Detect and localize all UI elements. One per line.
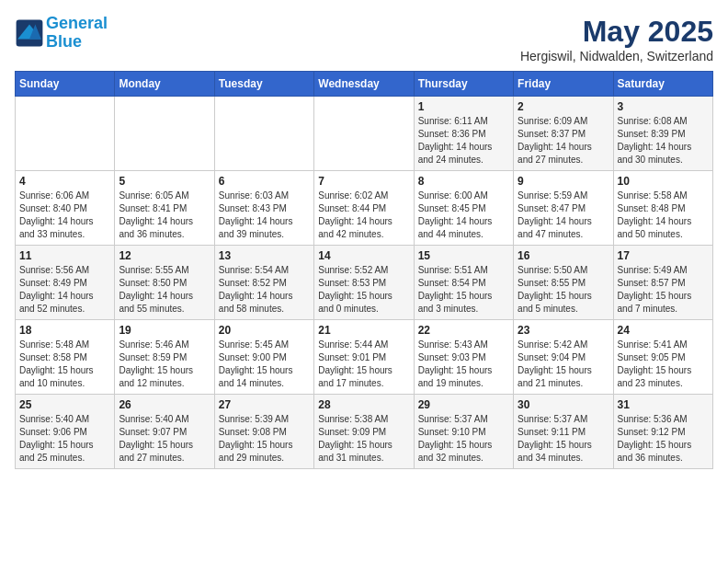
day-info: Sunrise: 5:37 AM Sunset: 9:11 PM Dayligh… (518, 413, 609, 465)
day-number: 7 (318, 175, 409, 188)
day-number: 24 (618, 324, 709, 337)
day-number: 16 (518, 249, 609, 262)
day-info: Sunrise: 5:36 AM Sunset: 9:12 PM Dayligh… (618, 413, 709, 465)
calendar-week-5: 25Sunrise: 5:40 AM Sunset: 9:06 PM Dayli… (16, 395, 713, 469)
calendar-cell: 8Sunrise: 6:00 AM Sunset: 8:45 PM Daylig… (414, 171, 513, 246)
calendar-week-2: 4Sunrise: 6:06 AM Sunset: 8:40 PM Daylig… (16, 171, 713, 246)
day-number: 1 (418, 100, 509, 113)
calendar-week-4: 18Sunrise: 5:48 AM Sunset: 8:58 PM Dayli… (16, 320, 713, 395)
day-number: 20 (219, 324, 310, 337)
day-number: 27 (219, 398, 310, 411)
day-number: 11 (19, 249, 110, 262)
day-info: Sunrise: 5:39 AM Sunset: 9:08 PM Dayligh… (219, 413, 310, 465)
day-info: Sunrise: 6:09 AM Sunset: 8:37 PM Dayligh… (518, 115, 609, 167)
day-number: 9 (518, 175, 609, 188)
calendar-cell: 25Sunrise: 5:40 AM Sunset: 9:06 PM Dayli… (16, 395, 115, 469)
day-info: Sunrise: 5:52 AM Sunset: 8:53 PM Dayligh… (318, 264, 409, 316)
logo-general: General (46, 14, 108, 32)
calendar-cell: 28Sunrise: 5:38 AM Sunset: 9:09 PM Dayli… (314, 395, 414, 469)
calendar-cell: 26Sunrise: 5:40 AM Sunset: 9:07 PM Dayli… (115, 395, 214, 469)
weekday-header-monday: Monday (115, 72, 214, 97)
calendar-cell: 1Sunrise: 6:11 AM Sunset: 8:36 PM Daylig… (414, 97, 513, 171)
day-info: Sunrise: 5:58 AM Sunset: 8:48 PM Dayligh… (618, 190, 709, 241)
day-info: Sunrise: 5:48 AM Sunset: 8:58 PM Dayligh… (19, 339, 110, 390)
calendar-cell: 10Sunrise: 5:58 AM Sunset: 8:48 PM Dayli… (613, 171, 712, 246)
calendar-cell: 4Sunrise: 6:06 AM Sunset: 8:40 PM Daylig… (16, 171, 115, 246)
day-info: Sunrise: 5:46 AM Sunset: 8:59 PM Dayligh… (119, 339, 210, 390)
day-number: 2 (518, 100, 609, 113)
calendar-cell: 9Sunrise: 5:59 AM Sunset: 8:47 PM Daylig… (514, 171, 613, 246)
day-info: Sunrise: 5:40 AM Sunset: 9:06 PM Dayligh… (19, 413, 110, 465)
weekday-header-friday: Friday (514, 72, 613, 97)
calendar-cell: 6Sunrise: 6:03 AM Sunset: 8:43 PM Daylig… (214, 171, 313, 246)
day-info: Sunrise: 6:03 AM Sunset: 8:43 PM Dayligh… (219, 190, 310, 241)
day-number: 19 (119, 324, 210, 337)
day-info: Sunrise: 5:44 AM Sunset: 9:01 PM Dayligh… (318, 339, 409, 390)
calendar-cell: 2Sunrise: 6:09 AM Sunset: 8:37 PM Daylig… (514, 97, 613, 171)
day-info: Sunrise: 5:50 AM Sunset: 8:55 PM Dayligh… (518, 264, 609, 316)
day-number: 15 (418, 249, 509, 262)
day-info: Sunrise: 6:00 AM Sunset: 8:45 PM Dayligh… (418, 190, 509, 241)
day-number: 6 (219, 175, 310, 188)
day-info: Sunrise: 5:38 AM Sunset: 9:09 PM Dayligh… (318, 413, 409, 465)
calendar-table: SundayMondayTuesdayWednesdayThursdayFrid… (15, 71, 713, 469)
month-title: May 2025 (520, 15, 713, 49)
logo-icon (15, 18, 44, 48)
subtitle: Hergiswil, Nidwalden, Switzerland (520, 49, 713, 63)
day-info: Sunrise: 5:45 AM Sunset: 9:00 PM Dayligh… (219, 339, 310, 390)
calendar-cell (214, 97, 313, 171)
weekday-header-thursday: Thursday (414, 72, 513, 97)
calendar-cell: 15Sunrise: 5:51 AM Sunset: 8:54 PM Dayli… (414, 246, 513, 320)
calendar-cell: 19Sunrise: 5:46 AM Sunset: 8:59 PM Dayli… (115, 320, 214, 395)
day-number: 30 (518, 398, 609, 411)
day-info: Sunrise: 5:54 AM Sunset: 8:52 PM Dayligh… (219, 264, 310, 316)
day-number: 22 (418, 324, 509, 337)
day-number: 13 (219, 249, 310, 262)
day-number: 14 (318, 249, 409, 262)
calendar-cell: 3Sunrise: 6:08 AM Sunset: 8:39 PM Daylig… (613, 97, 712, 171)
day-number: 26 (119, 398, 210, 411)
calendar-cell: 16Sunrise: 5:50 AM Sunset: 8:55 PM Dayli… (514, 246, 613, 320)
day-info: Sunrise: 5:42 AM Sunset: 9:04 PM Dayligh… (518, 339, 609, 390)
calendar-cell: 22Sunrise: 5:43 AM Sunset: 9:03 PM Dayli… (414, 320, 513, 395)
weekday-header-sunday: Sunday (16, 72, 115, 97)
day-number: 29 (418, 398, 509, 411)
title-block: May 2025 Hergiswil, Nidwalden, Switzerla… (520, 15, 713, 63)
day-info: Sunrise: 5:43 AM Sunset: 9:03 PM Dayligh… (418, 339, 509, 390)
calendar-cell: 5Sunrise: 6:05 AM Sunset: 8:41 PM Daylig… (115, 171, 214, 246)
day-info: Sunrise: 6:02 AM Sunset: 8:44 PM Dayligh… (318, 190, 409, 241)
day-info: Sunrise: 5:55 AM Sunset: 8:50 PM Dayligh… (119, 264, 210, 316)
weekday-header-tuesday: Tuesday (214, 72, 313, 97)
day-number: 31 (618, 398, 709, 411)
weekday-header-saturday: Saturday (613, 72, 712, 97)
day-info: Sunrise: 6:06 AM Sunset: 8:40 PM Dayligh… (19, 190, 110, 241)
calendar-cell: 23Sunrise: 5:42 AM Sunset: 9:04 PM Dayli… (514, 320, 613, 395)
logo-blue: Blue (46, 32, 82, 51)
calendar-cell: 30Sunrise: 5:37 AM Sunset: 9:11 PM Dayli… (514, 395, 613, 469)
calendar-cell (115, 97, 214, 171)
day-number: 4 (19, 175, 110, 188)
day-info: Sunrise: 5:37 AM Sunset: 9:10 PM Dayligh… (418, 413, 509, 465)
day-number: 17 (618, 249, 709, 262)
calendar-cell: 27Sunrise: 5:39 AM Sunset: 9:08 PM Dayli… (214, 395, 313, 469)
calendar-cell: 21Sunrise: 5:44 AM Sunset: 9:01 PM Dayli… (314, 320, 414, 395)
calendar-cell (314, 97, 414, 171)
day-info: Sunrise: 5:51 AM Sunset: 8:54 PM Dayligh… (418, 264, 509, 316)
day-number: 8 (418, 175, 509, 188)
calendar-cell: 29Sunrise: 5:37 AM Sunset: 9:10 PM Dayli… (414, 395, 513, 469)
calendar-week-3: 11Sunrise: 5:56 AM Sunset: 8:49 PM Dayli… (16, 246, 713, 320)
calendar-cell: 20Sunrise: 5:45 AM Sunset: 9:00 PM Dayli… (214, 320, 313, 395)
day-info: Sunrise: 5:40 AM Sunset: 9:07 PM Dayligh… (119, 413, 210, 465)
day-info: Sunrise: 6:05 AM Sunset: 8:41 PM Dayligh… (119, 190, 210, 241)
calendar-cell: 11Sunrise: 5:56 AM Sunset: 8:49 PM Dayli… (16, 246, 115, 320)
weekday-header-wednesday: Wednesday (314, 72, 414, 97)
day-number: 10 (618, 175, 709, 188)
weekday-header-row: SundayMondayTuesdayWednesdayThursdayFrid… (16, 72, 713, 97)
calendar-cell: 24Sunrise: 5:41 AM Sunset: 9:05 PM Dayli… (613, 320, 712, 395)
day-number: 5 (119, 175, 210, 188)
calendar-cell: 7Sunrise: 6:02 AM Sunset: 8:44 PM Daylig… (314, 171, 414, 246)
calendar-cell: 18Sunrise: 5:48 AM Sunset: 8:58 PM Dayli… (16, 320, 115, 395)
day-number: 21 (318, 324, 409, 337)
calendar-cell: 31Sunrise: 5:36 AM Sunset: 9:12 PM Dayli… (613, 395, 712, 469)
day-info: Sunrise: 5:41 AM Sunset: 9:05 PM Dayligh… (618, 339, 709, 390)
